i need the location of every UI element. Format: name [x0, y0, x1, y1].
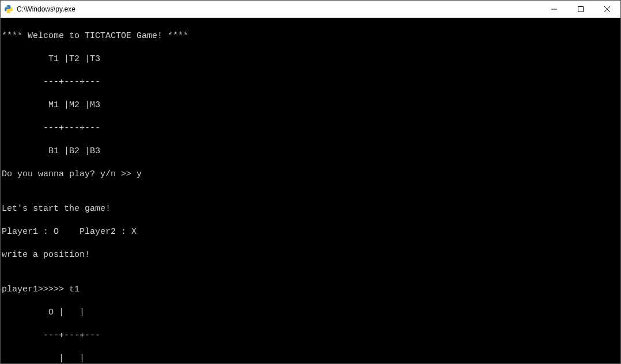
terminal-line: write a position!: [2, 249, 619, 261]
terminal-line: Do you wanna play? y/n >> y: [2, 169, 619, 180]
terminal-line: T1 |T2 |T3: [2, 54, 619, 65]
terminal-line: O | |: [2, 307, 619, 318]
console-window: C:\Windows\py.exe **** Welcome to TICTAC…: [0, 0, 621, 364]
terminal-line: | |: [2, 353, 619, 363]
terminal-line: Player1 : O Player2 : X: [2, 226, 619, 238]
window-controls: [541, 1, 620, 17]
terminal-line: Let's start the game!: [2, 203, 619, 215]
terminal-line: **** Welcome to TICTACTOE Game! ****: [2, 31, 619, 42]
terminal-line: ---+---+---: [2, 77, 619, 88]
window-title: C:\Windows\py.exe: [17, 5, 541, 13]
terminal-line: ---+---+---: [2, 330, 619, 342]
terminal-line: M1 |M2 |M3: [2, 100, 619, 111]
python-icon: [4, 5, 13, 14]
terminal-output[interactable]: **** Welcome to TICTACTOE Game! **** T1 …: [1, 18, 620, 363]
title-bar: C:\Windows\py.exe: [1, 1, 620, 18]
minimize-button[interactable]: [541, 1, 567, 17]
terminal-line: player1>>>>> t1: [2, 284, 619, 295]
maximize-button[interactable]: [567, 1, 594, 17]
terminal-line: B1 |B2 |B3: [2, 146, 619, 157]
terminal-line: ---+---+---: [2, 123, 619, 134]
close-button[interactable]: [594, 1, 620, 17]
svg-rect-1: [578, 6, 584, 12]
